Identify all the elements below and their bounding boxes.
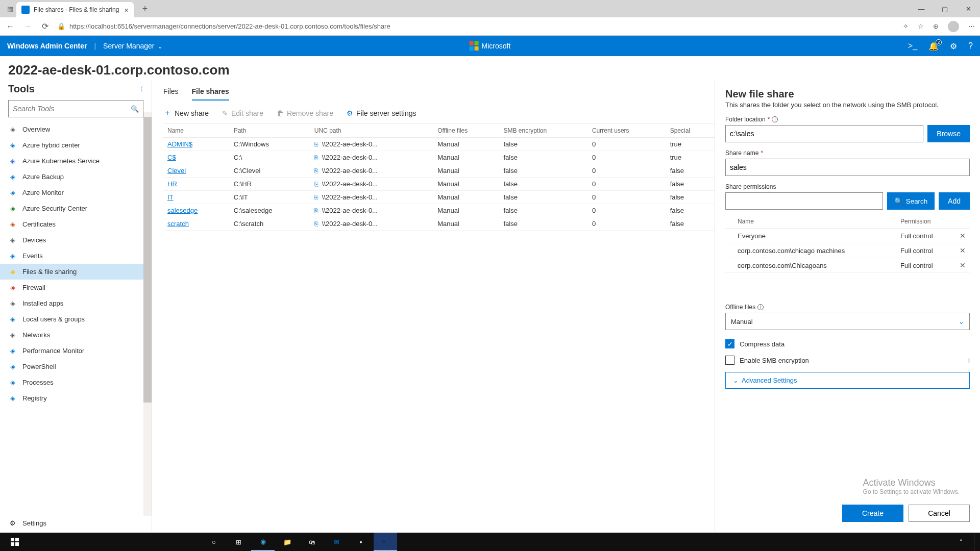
table-row[interactable]: ADMIN$C:\Windows⎘\\2022-ae-desk-0...Manu… — [163, 138, 715, 151]
sidebar-item-events[interactable]: ◈Events — [0, 248, 152, 264]
sidebar-item-processes[interactable]: ◈Processes — [0, 374, 152, 390]
share-name-link[interactable]: ADMIN$ — [167, 140, 192, 148]
col-smb[interactable]: SMB encryption — [500, 124, 588, 138]
col-name[interactable]: Name — [163, 124, 230, 138]
share-name-link[interactable]: scratch — [167, 220, 189, 228]
sidebar-item-azure-kubernetes-service[interactable]: ◈Azure Kubernetes Service — [0, 153, 152, 169]
sidebar-settings[interactable]: ⚙ Settings — [0, 515, 152, 531]
folder-location-input[interactable] — [725, 125, 923, 142]
sidebar-item-powershell[interactable]: ◈PowerShell — [0, 359, 152, 374]
permission-search-button[interactable]: 🔍Search — [887, 192, 935, 210]
tab-file-shares[interactable]: File shares — [192, 87, 229, 101]
explorer-taskbar-icon[interactable]: 📁 — [276, 533, 299, 551]
copy-icon[interactable]: ⎘ — [314, 194, 318, 201]
help-icon[interactable]: ? — [968, 41, 973, 51]
search-taskbar-icon[interactable]: ○ — [202, 533, 226, 551]
col-users[interactable]: Current users — [588, 124, 666, 138]
notifications-icon[interactable]: 🔔2 — [928, 41, 939, 51]
tracking-icon[interactable]: ✧ — [903, 22, 909, 30]
task-view-icon[interactable]: ⊞ — [227, 533, 250, 551]
sidebar-item-files-file-sharing[interactable]: ◈Files & file sharing — [0, 264, 152, 280]
browse-button[interactable]: Browse — [927, 125, 970, 142]
close-tab-icon[interactable]: × — [124, 6, 129, 14]
mail-taskbar-icon[interactable]: ✉ — [325, 533, 348, 551]
sidebar-item-firewall[interactable]: ◈Firewall — [0, 280, 152, 295]
edge-taskbar-icon[interactable]: ◉ — [251, 533, 275, 551]
share-name-input[interactable] — [725, 159, 970, 176]
search-icon[interactable]: 🔍 — [131, 105, 139, 113]
cancel-button[interactable]: Cancel — [909, 505, 970, 522]
tools-search-input[interactable] — [13, 105, 131, 113]
remove-permission-icon[interactable]: ✕ — [954, 258, 970, 273]
powershell-icon[interactable]: >_ — [908, 41, 917, 51]
terminal-taskbar-icon[interactable]: ▪ — [349, 533, 373, 551]
favorites-icon[interactable]: ☆ — [918, 22, 924, 30]
info-icon[interactable]: i — [772, 116, 778, 122]
sidebar-item-azure-security-center[interactable]: ◈Azure Security Center — [0, 201, 152, 216]
collapse-tools-icon[interactable]: 〈 — [136, 85, 143, 94]
create-button[interactable]: Create — [842, 505, 903, 522]
col-unc[interactable]: UNC path — [310, 124, 433, 138]
tab-actions-icon[interactable]: ▦ — [4, 3, 16, 15]
sidebar-item-azure-hybrid-center[interactable]: ◈Azure hybrid center — [0, 137, 152, 153]
sidebar-item-devices[interactable]: ◈Devices — [0, 232, 152, 248]
show-desktop-button[interactable] — [974, 533, 977, 551]
permission-row[interactable]: corp.contoso.com\ChicagoansFull control✕ — [725, 258, 970, 273]
tools-search[interactable]: 🔍 — [8, 100, 143, 117]
offline-files-select[interactable]: Manual ⌄ — [725, 313, 970, 330]
permission-search-input[interactable] — [725, 192, 883, 210]
maximize-icon[interactable]: ▢ — [933, 0, 957, 17]
sidebar-item-performance-monitor[interactable]: ◈Performance Monitor — [0, 343, 152, 359]
share-name-link[interactable]: IT — [167, 193, 174, 201]
share-name-link[interactable]: Clevel — [167, 167, 186, 174]
profile-avatar-icon[interactable] — [948, 21, 959, 32]
copy-icon[interactable]: ⎘ — [314, 220, 318, 228]
smb-encryption-checkbox[interactable] — [725, 356, 734, 365]
tab-files[interactable]: Files — [163, 87, 179, 101]
table-row[interactable]: ITC:\IT⎘\\2022-ae-desk-0...Manualfalse0f… — [163, 191, 715, 204]
close-window-icon[interactable]: ✕ — [957, 0, 980, 17]
tools-scrollbar[interactable] — [143, 112, 152, 516]
copy-icon[interactable]: ⎘ — [314, 141, 318, 148]
sidebar-item-local-users-groups[interactable]: ◈Local users & groups — [0, 311, 152, 327]
file-server-settings-button[interactable]: ⚙File server settings — [347, 109, 416, 117]
settings-icon[interactable]: ⚙ — [950, 41, 957, 51]
table-row[interactable]: ClevelC:\Clevel⎘\\2022-ae-desk-0...Manua… — [163, 164, 715, 178]
browser-tab[interactable]: File shares - Files & file sharing × — [16, 2, 134, 17]
table-row[interactable]: salesedgeC:\salesedge⎘\\2022-ae-desk-0..… — [163, 204, 715, 217]
minimize-icon[interactable]: — — [910, 0, 933, 17]
sidebar-item-azure-monitor[interactable]: ◈Azure Monitor — [0, 185, 152, 201]
windows-taskbar[interactable]: ○ ⊞ ◉ 📁 🛍 ✉ ▪ >_ ˄ — [0, 533, 980, 551]
remove-permission-icon[interactable]: ✕ — [954, 243, 970, 258]
sidebar-item-registry[interactable]: ◈Registry — [0, 390, 152, 406]
table-row[interactable]: HRC:\HR⎘\\2022-ae-desk-0...Manualfalse0f… — [163, 178, 715, 191]
start-button[interactable] — [3, 533, 27, 551]
more-icon[interactable]: ⋯ — [968, 22, 975, 30]
powershell-taskbar-icon[interactable]: >_ — [374, 533, 397, 551]
tray-chevron-icon[interactable]: ˄ — [949, 533, 973, 551]
advanced-settings-button[interactable]: ⌄ Advanced Settings — [725, 372, 970, 389]
collections-icon[interactable]: ⊕ — [933, 22, 939, 30]
remove-permission-icon[interactable]: ✕ — [954, 229, 970, 243]
new-share-button[interactable]: ＋New share — [163, 108, 209, 118]
table-row[interactable]: C$C:\⎘\\2022-ae-desk-0...Manualfalse0tru… — [163, 151, 715, 164]
copy-icon[interactable]: ⎘ — [314, 154, 318, 161]
share-name-link[interactable]: C$ — [167, 154, 176, 161]
info-icon[interactable]: i — [968, 357, 970, 364]
info-icon[interactable]: i — [757, 304, 764, 310]
address-bar[interactable]: 🔒 https://localhost:6516/servermanager/c… — [57, 22, 896, 30]
copy-icon[interactable]: ⎘ — [314, 167, 318, 174]
context-dropdown[interactable]: Server Manager⌄ — [103, 42, 162, 50]
sidebar-item-overview[interactable]: ◈Overview — [0, 121, 152, 137]
table-row[interactable]: scratchC:\scratch⎘\\2022-ae-desk-0...Man… — [163, 217, 715, 231]
permission-row[interactable]: corp.contoso.com\chicago machinesFull co… — [725, 243, 970, 258]
col-offline[interactable]: Offline files — [433, 124, 499, 138]
sidebar-item-networks[interactable]: ◈Networks — [0, 327, 152, 343]
col-path[interactable]: Path — [230, 124, 310, 138]
product-link[interactable]: Windows Admin Center — [7, 42, 87, 50]
col-special[interactable]: Special — [666, 124, 715, 138]
back-icon[interactable]: ← — [5, 22, 15, 31]
compress-checkbox[interactable]: ✓ — [725, 339, 734, 348]
store-taskbar-icon[interactable]: 🛍 — [300, 533, 324, 551]
refresh-icon[interactable]: ⟳ — [40, 21, 50, 31]
